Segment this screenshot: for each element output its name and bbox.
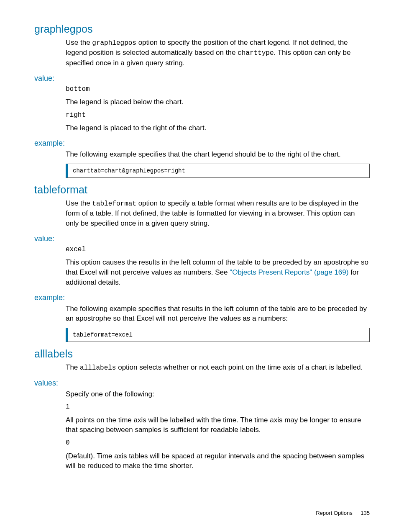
section-graphlegpos: graphlegpos Use the graphlegpos option t…	[34, 23, 370, 178]
value-code: bottom	[66, 85, 370, 94]
value-desc: All points on the time axis will be labe…	[66, 415, 370, 435]
value-code: right	[66, 111, 370, 120]
intro-text: Use the	[66, 199, 92, 207]
section-tableformat: tableformat Use the tableformat option t…	[34, 184, 370, 342]
values-label: values:	[34, 379, 370, 388]
intro-text: option selects whether or not each point…	[116, 363, 363, 371]
value-label: value:	[34, 234, 370, 243]
section-intro: Use the tableformat option to specify a …	[66, 198, 370, 229]
example-intro: The following example specifies that res…	[66, 304, 370, 324]
cross-reference-link[interactable]: "Objects Present Reports" (page 169)	[230, 268, 348, 276]
example-text: The following example specifies that res…	[66, 304, 370, 324]
example-label: example:	[34, 139, 370, 148]
inline-code: charttype	[238, 49, 274, 57]
section-intro: Use the graphlegpos option to specify th…	[66, 38, 370, 68]
value-desc: The legend is placed to the right of the…	[66, 123, 370, 133]
example-text: The following example specifies that the…	[66, 149, 370, 159]
inline-code: graphlegpos	[92, 39, 136, 47]
value-desc: This option causes the results in the le…	[66, 257, 370, 287]
value-desc: The legend is placed below the chart.	[66, 97, 370, 107]
value-label: value:	[34, 74, 370, 83]
section-heading: tableformat	[34, 184, 370, 196]
section-intro: The alllabels option selects whether or …	[66, 362, 370, 373]
value-code: 0	[66, 438, 370, 447]
document-page: graphlegpos Use the graphlegpos option t…	[0, 0, 399, 532]
code-block: charttab=chart&graphlegpos=right	[66, 164, 370, 178]
code-block: tableformat=excel	[66, 328, 370, 342]
value-desc: (Default). Time axis tables will be spac…	[66, 451, 370, 471]
value-code: 1	[66, 402, 370, 411]
intro-text: Use the	[66, 39, 92, 46]
section-alllabels: alllabels The alllabels option selects w…	[34, 348, 370, 471]
page-footer: Report Options 135	[316, 510, 370, 516]
value-code: excel	[66, 245, 370, 254]
example-label: example:	[34, 293, 370, 302]
intro-text: The	[66, 363, 80, 371]
value-block: excel This option causes the results in …	[66, 245, 370, 288]
values-intro: Specify one of the following:	[66, 389, 370, 399]
section-heading: alllabels	[34, 348, 370, 360]
example-intro: The following example specifies that the…	[66, 149, 370, 159]
inline-code: alllabels	[80, 364, 116, 372]
value-block: bottom The legend is placed below the ch…	[66, 85, 370, 133]
value-block: Specify one of the following: 1 All poin…	[66, 389, 370, 471]
inline-code: tableformat	[92, 200, 136, 208]
footer-label: Report Options	[316, 510, 352, 516]
page-number: 135	[361, 510, 370, 516]
section-heading: graphlegpos	[34, 23, 370, 35]
